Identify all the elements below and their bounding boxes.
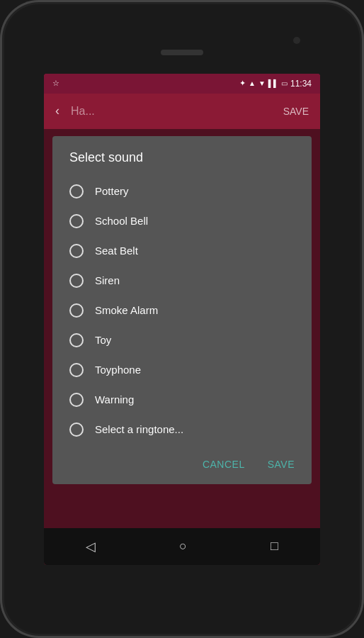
phone-frame: ☆ ✦ ▲ ▼ ▌▌ ▭ 11:34 ‹ Ha... SAVE (0, 0, 364, 638)
radio-label-select-ringtone: Select a ringtone... (95, 423, 183, 435)
back-nav-icon[interactable]: ◁ (86, 539, 96, 554)
radio-label-school-bell: School Bell (95, 215, 148, 227)
dialog-actions: CANCEL SAVE (52, 447, 312, 484)
radio-label-pottery: Pottery (95, 185, 129, 197)
radio-warning[interactable] (69, 393, 84, 407)
radio-label-toy: Toy (95, 334, 111, 346)
android-icon: ☆ (52, 79, 59, 88)
back-icon[interactable]: ‹ (55, 103, 59, 118)
radio-item-toy[interactable]: Toy (52, 325, 312, 355)
radio-label-toyphone: Toyphone (95, 364, 141, 376)
radio-item-warning[interactable]: Warning (52, 385, 312, 415)
radio-item-toyphone[interactable]: Toyphone (52, 355, 312, 385)
radio-label-seat-belt: Seat Belt (95, 245, 138, 257)
radio-label-smoke-alarm: Smoke Alarm (95, 304, 158, 316)
status-bar-right: ✦ ▲ ▼ ▌▌ ▭ 11:34 (239, 79, 312, 89)
phone-top (0, 17, 364, 74)
radio-label-warning: Warning (95, 393, 134, 405)
radio-select-ringtone[interactable] (69, 422, 84, 437)
signal-bars-icon: ▌▌ (268, 79, 278, 87)
app-bar-title: Ha... (71, 105, 283, 118)
phone-camera (293, 37, 300, 44)
wifi-icon: ▼ (258, 79, 266, 87)
status-bar: ☆ ✦ ▲ ▼ ▌▌ ▭ 11:34 (44, 74, 320, 94)
radio-item-select-ringtone[interactable]: Select a ringtone... (52, 415, 312, 444)
bluetooth-icon: ✦ (239, 79, 246, 88)
dialog-title: Select sound (52, 150, 312, 177)
battery-icon: ▭ (281, 79, 288, 87)
app-bar: ‹ Ha... SAVE (44, 94, 320, 129)
radio-pottery[interactable] (69, 184, 84, 198)
time-display: 11:34 (290, 79, 312, 89)
radio-item-smoke-alarm[interactable]: Smoke Alarm (52, 296, 312, 325)
cancel-button[interactable]: CANCEL (197, 453, 251, 476)
phone-bottom (0, 565, 364, 622)
radio-label-siren: Siren (95, 274, 120, 286)
select-sound-dialog: Select sound Pottery School Bell Seat Be… (52, 136, 312, 484)
save-action[interactable]: SAVE (283, 106, 309, 117)
save-button[interactable]: SAVE (262, 453, 300, 476)
phone-speaker (161, 50, 203, 55)
status-bar-left: ☆ (52, 79, 62, 88)
radio-item-pottery[interactable]: Pottery (52, 177, 312, 206)
radio-item-siren[interactable]: Siren (52, 266, 312, 296)
radio-item-seat-belt[interactable]: Seat Belt (52, 236, 312, 266)
radio-toyphone[interactable] (69, 363, 84, 377)
app-bar-content: ‹ Ha... SAVE (55, 103, 309, 118)
home-nav-icon[interactable]: ○ (179, 539, 187, 554)
radio-siren[interactable] (69, 274, 84, 288)
radio-smoke-alarm[interactable] (69, 303, 84, 318)
radio-item-school-bell[interactable]: School Bell (52, 206, 312, 236)
signal-icon: ▲ (249, 79, 256, 87)
screen-background: Ha... ♪ ◷ s Select sound Pottery (44, 129, 320, 528)
radio-seat-belt[interactable] (69, 244, 84, 258)
nav-bar: ◁ ○ □ (44, 528, 320, 565)
phone-screen: ☆ ✦ ▲ ▼ ▌▌ ▭ 11:34 ‹ Ha... SAVE (44, 74, 320, 565)
radio-school-bell[interactable] (69, 214, 84, 228)
recents-nav-icon[interactable]: □ (271, 539, 278, 554)
radio-toy[interactable] (69, 333, 84, 347)
